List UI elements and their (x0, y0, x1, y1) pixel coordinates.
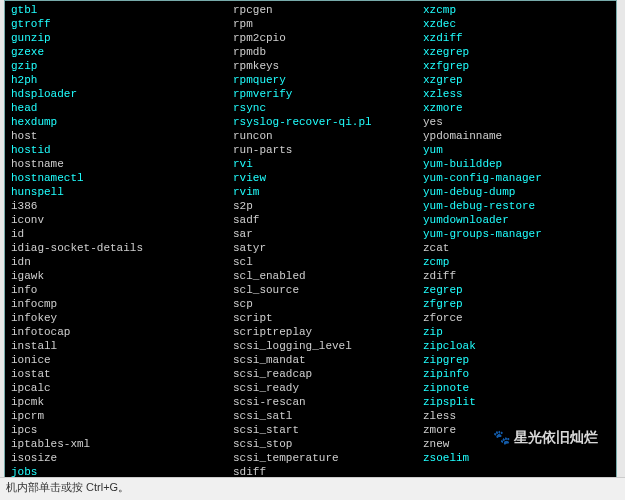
ls-entry: yum (423, 143, 583, 157)
ls-entry: infotocap (11, 325, 233, 339)
ls-entry: rpmverify (233, 87, 423, 101)
status-bar: 机内部单击或按 Ctrl+G。 (0, 477, 625, 500)
ls-entry: rvim (233, 185, 423, 199)
ls-entry: sadf (233, 213, 423, 227)
paw-icon: 🐾 (493, 429, 510, 445)
ls-entry: satyr (233, 241, 423, 255)
ls-entry: scsi_logging_level (233, 339, 423, 353)
ls-entry: rvi (233, 157, 423, 171)
ls-entry: rpmdb (233, 45, 423, 59)
ls-entry: scl_source (233, 283, 423, 297)
ls-entry: zip (423, 325, 583, 339)
ls-entry: yumdownloader (423, 213, 583, 227)
ls-entry: xzfgrep (423, 59, 583, 73)
ls-entry: iptables-xml (11, 437, 233, 451)
ls-entry: yum-groups-manager (423, 227, 583, 241)
ls-entry: rsyslog-recover-qi.pl (233, 115, 423, 129)
ls-entry: gtbl (11, 3, 233, 17)
ls-entry: yes (423, 115, 583, 129)
ls-entry: isosize (11, 451, 233, 465)
ls-entry: ypdomainname (423, 129, 583, 143)
ls-entry: xzgrep (423, 73, 583, 87)
ls-entry: zipinfo (423, 367, 583, 381)
ls-entry: zcat (423, 241, 583, 255)
ls-entry: hdsploader (11, 87, 233, 101)
ls-entry: scsi_satl (233, 409, 423, 423)
watermark: 🐾星光依旧灿烂 (493, 429, 598, 447)
ls-entry: zfgrep (423, 297, 583, 311)
ls-entry: rpm2cpio (233, 31, 423, 45)
ls-entry: yum-config-manager (423, 171, 583, 185)
ls-entry: scsi_mandat (233, 353, 423, 367)
ls-entry: scsi_start (233, 423, 423, 437)
ls-entry: ipcs (11, 423, 233, 437)
ls-entry: zipsplit (423, 395, 583, 409)
ls-entry: yum-builddep (423, 157, 583, 171)
ls-entry: iconv (11, 213, 233, 227)
ls-entry: id (11, 227, 233, 241)
ls-entry: ionice (11, 353, 233, 367)
ls-entry: yum-debug-dump (423, 185, 583, 199)
ls-entry: scriptreplay (233, 325, 423, 339)
listing-col-3: xzcmpxzdecxzdiffxzegrepxzfgrepxzgrepxzle… (423, 3, 583, 465)
ls-entry: hexdump (11, 115, 233, 129)
ls-entry: h2ph (11, 73, 233, 87)
ls-entry: idiag-socket-details (11, 241, 233, 255)
ls-entry: hostname (11, 157, 233, 171)
ls-entry: head (11, 101, 233, 115)
ls-entry: rsync (233, 101, 423, 115)
ls-entry: xzegrep (423, 45, 583, 59)
ls-entry: zforce (423, 311, 583, 325)
ls-entry: hostnamectl (11, 171, 233, 185)
ls-entry: idn (11, 255, 233, 269)
ls-entry: zipcloak (423, 339, 583, 353)
terminal-content: gtblgtroffgunzipgzexegziph2phhdsploaderh… (5, 1, 616, 500)
ls-entry: ipcrm (11, 409, 233, 423)
ls-entry: zcmp (423, 255, 583, 269)
ls-entry: xzless (423, 87, 583, 101)
ls-entry: scsi_ready (233, 381, 423, 395)
ls-entry: script (233, 311, 423, 325)
ls-entry: sar (233, 227, 423, 241)
ls-entry: xzdiff (423, 31, 583, 45)
ls-entry: scsi_readcap (233, 367, 423, 381)
ls-entry: ipcalc (11, 381, 233, 395)
ls-entry: infokey (11, 311, 233, 325)
ls-entry: s2p (233, 199, 423, 213)
ls-entry: host (11, 129, 233, 143)
ls-entry: scsi-rescan (233, 395, 423, 409)
ls-entry: xzdec (423, 17, 583, 31)
ls-entry: info (11, 283, 233, 297)
terminal-window[interactable]: gtblgtroffgunzipgzexegziph2phhdsploaderh… (4, 0, 617, 478)
ls-entry: zsoelim (423, 451, 583, 465)
ls-entry: igawk (11, 269, 233, 283)
listing-col-2: rpcgenrpmrpm2cpiorpmdbrpmkeysrpmqueryrpm… (233, 3, 423, 479)
ls-entry: zegrep (423, 283, 583, 297)
ls-entry: scl (233, 255, 423, 269)
ls-entry: runcon (233, 129, 423, 143)
ls-entry: xzcmp (423, 3, 583, 17)
ls-entry: zipnote (423, 381, 583, 395)
ls-entry: gtroff (11, 17, 233, 31)
ls-entry: scsi_stop (233, 437, 423, 451)
ls-entry: xzmore (423, 101, 583, 115)
ls-entry: gzip (11, 59, 233, 73)
ls-entry: scl_enabled (233, 269, 423, 283)
ls-entry: scsi_temperature (233, 451, 423, 465)
ls-entry: gunzip (11, 31, 233, 45)
ls-entry: rpcgen (233, 3, 423, 17)
ls-entry: rpm (233, 17, 423, 31)
ls-entry: rpmquery (233, 73, 423, 87)
ls-entry: i386 (11, 199, 233, 213)
ls-entry: rview (233, 171, 423, 185)
ls-entry: iostat (11, 367, 233, 381)
ls-entry: gzexe (11, 45, 233, 59)
ls-entry: infocmp (11, 297, 233, 311)
ls-entry: run-parts (233, 143, 423, 157)
status-text: 机内部单击或按 Ctrl+G。 (6, 481, 129, 493)
ls-entry: hostid (11, 143, 233, 157)
ls-entry: scp (233, 297, 423, 311)
ls-entry: zipgrep (423, 353, 583, 367)
ls-entry: ipcmk (11, 395, 233, 409)
ls-entry: zless (423, 409, 583, 423)
